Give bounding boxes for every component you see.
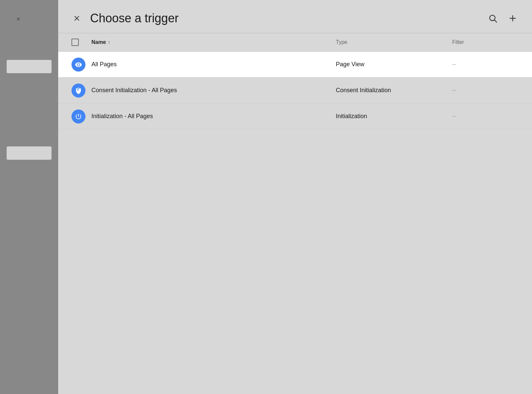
trigger-icon-power (71, 109, 85, 123)
modal-header-actions (487, 12, 519, 24)
trigger-type: Initialization (336, 113, 452, 120)
left-sidebar: × (0, 0, 58, 394)
svg-point-2 (490, 15, 495, 20)
trigger-filter: -- (452, 113, 519, 120)
trigger-name: Initialization - All Pages (91, 113, 336, 120)
table-row[interactable]: Initialization - All Pages Initializatio… (58, 103, 532, 129)
sidebar-input-1 (7, 60, 52, 73)
table-body: All Pages Page View -- Consent Initializ… (58, 52, 532, 394)
trigger-icon-eye (71, 58, 85, 72)
row-icon-area (71, 109, 91, 123)
table-row[interactable]: Consent Initialization - All Pages Conse… (58, 78, 532, 103)
trigger-name: All Pages (91, 61, 336, 68)
select-all-checkbox[interactable] (71, 39, 79, 46)
modal-title: Choose a trigger (90, 11, 487, 25)
trigger-type: Consent Initialization (336, 87, 452, 94)
table-header: Name ↑ Type Filter (58, 33, 532, 52)
column-header-type: Type (336, 39, 452, 45)
trigger-filter: -- (452, 87, 519, 94)
table-row[interactable]: All Pages Page View -- (58, 52, 532, 78)
add-trigger-button[interactable] (507, 12, 519, 24)
row-icon-area (71, 58, 91, 72)
row-icon-area (71, 84, 91, 98)
svg-line-3 (495, 20, 497, 22)
search-button[interactable] (487, 12, 499, 24)
sidebar-input-2 (7, 146, 52, 160)
modal-header: Choose a trigger (58, 0, 532, 33)
checkbox-area (71, 39, 91, 46)
column-header-filter: Filter (452, 39, 519, 45)
trigger-type: Page View (336, 61, 452, 68)
modal-close-button[interactable] (71, 13, 82, 24)
column-header-name[interactable]: Name ↑ (91, 39, 336, 45)
trigger-filter: -- (452, 61, 519, 68)
trigger-name: Consent Initialization - All Pages (91, 87, 336, 94)
sort-arrow-icon: ↑ (108, 40, 110, 45)
trigger-icon-shield (71, 84, 85, 98)
sidebar-close-button[interactable]: × (13, 14, 23, 24)
modal-panel: Choose a trigger Name ↑ Type (58, 0, 532, 394)
